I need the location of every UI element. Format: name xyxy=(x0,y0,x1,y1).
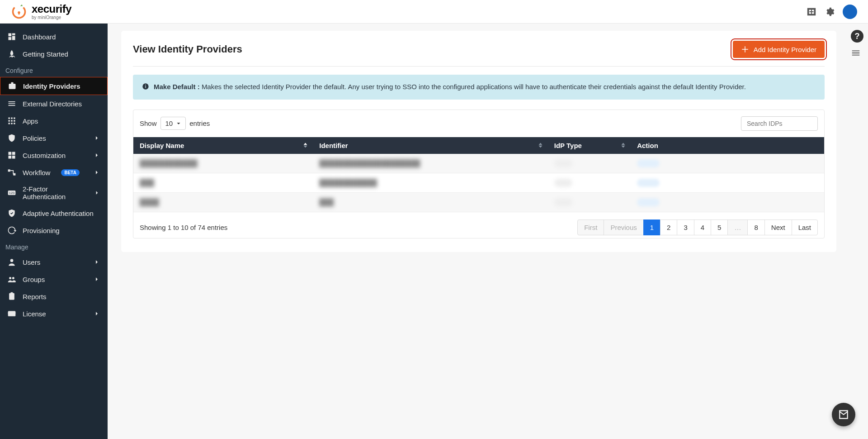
sidebar-item-adaptive-auth[interactable]: Adaptive Authentication xyxy=(0,205,108,222)
cell-action[interactable] xyxy=(631,192,824,212)
page-btn-…: … xyxy=(727,220,748,235)
sidebar-item-getting-started[interactable]: Getting Started xyxy=(0,45,108,62)
sidebar-item-external-directories[interactable]: External Directories xyxy=(0,95,108,112)
shield-icon xyxy=(7,134,16,143)
svg-rect-32 xyxy=(8,313,16,314)
col-display-name[interactable]: Display Name xyxy=(133,137,313,154)
sidebar-item-label: Groups xyxy=(23,276,45,283)
page-btn-last[interactable]: Last xyxy=(792,220,818,235)
sidebar-item-label: Policies xyxy=(23,134,46,142)
page-btn-5[interactable]: 5 xyxy=(711,220,728,235)
sidebar: Dashboard Getting Started Configure Iden… xyxy=(0,24,108,439)
puzzle-icon xyxy=(7,151,16,160)
groups-icon xyxy=(7,275,16,284)
dashboard-icon xyxy=(7,32,16,41)
help-button[interactable]: ? xyxy=(851,30,863,43)
sidebar-item-workflow[interactable]: Workflow BETA xyxy=(0,164,108,181)
cell-idp-type xyxy=(548,154,631,173)
table-row[interactable]: ███████ xyxy=(133,192,824,212)
chevron-right-icon xyxy=(93,276,100,283)
sidebar-item-provisioning[interactable]: Provisioning xyxy=(0,222,108,239)
svg-rect-14 xyxy=(14,120,15,121)
sync-icon xyxy=(7,226,16,235)
sidebar-item-groups[interactable]: Groups xyxy=(0,271,108,288)
shield-check-icon xyxy=(7,209,16,218)
chat-fab[interactable] xyxy=(832,403,855,426)
cell-action[interactable] xyxy=(631,154,824,173)
sidebar-item-dashboard[interactable]: Dashboard xyxy=(0,28,108,45)
sidebar-item-license[interactable]: License xyxy=(0,305,108,322)
avatar[interactable] xyxy=(843,5,857,19)
rocket-icon xyxy=(7,49,16,58)
col-identifier[interactable]: Identifier xyxy=(313,137,548,154)
cell-action[interactable] xyxy=(631,173,824,192)
svg-point-26 xyxy=(10,259,14,262)
content-area: ? View Identity Providers Add Identity P… xyxy=(108,24,868,439)
sidebar-item-label: External Directories xyxy=(23,100,82,108)
sidebar-item-label: Customization xyxy=(23,152,66,159)
user-icon xyxy=(7,258,16,267)
alert-bold: Make Default : xyxy=(154,83,200,91)
id-card-icon xyxy=(8,81,17,91)
svg-rect-6 xyxy=(9,37,12,40)
show-entries: Show 10 entries xyxy=(140,117,210,130)
entries-info: Showing 1 to 10 of 74 entries xyxy=(140,224,227,231)
beta-badge: BETA xyxy=(61,169,79,176)
sidebar-item-label: Identity Providers xyxy=(23,82,80,90)
sidebar-item-label: Users xyxy=(23,258,40,266)
page-btn-2[interactable]: 2 xyxy=(660,220,677,235)
sidebar-item-label: 2-Factor Authentication xyxy=(23,185,87,200)
table-card: Show 10 entries Display Name xyxy=(133,110,825,239)
sidebar-item-2fa[interactable]: 123 2-Factor Authentication xyxy=(0,181,108,205)
svg-rect-10 xyxy=(11,118,12,119)
col-idp-type[interactable]: IdP Type xyxy=(548,137,631,154)
sidebar-item-policies[interactable]: Policies xyxy=(0,129,108,147)
menu-icon[interactable] xyxy=(851,48,861,58)
clipboard-icon xyxy=(7,292,16,301)
cell-identifier: ████████████ xyxy=(313,173,548,192)
logo[interactable]: xecurify by miniOrange xyxy=(11,4,71,20)
page-btn-8[interactable]: 8 xyxy=(747,220,764,235)
page-btn-1[interactable]: 1 xyxy=(643,220,660,235)
header-actions xyxy=(807,5,857,19)
svg-rect-5 xyxy=(12,36,15,40)
gear-icon[interactable] xyxy=(825,7,835,17)
svg-rect-3 xyxy=(9,33,12,37)
sidebar-section-configure: Configure xyxy=(0,62,108,77)
page-btn-next[interactable]: Next xyxy=(764,220,792,235)
logo-main-text: xecurify xyxy=(32,4,71,14)
svg-point-27 xyxy=(9,277,11,279)
workflow-icon xyxy=(7,168,16,177)
table-row[interactable]: █████████████████████████████████ xyxy=(133,154,824,173)
page-btn-3[interactable]: 3 xyxy=(677,220,694,235)
sidebar-section-manage: Manage xyxy=(0,239,108,253)
svg-rect-17 xyxy=(14,123,15,124)
idp-table: Display Name Identifier IdP Type xyxy=(133,137,824,212)
svg-rect-15 xyxy=(9,123,10,124)
svg-rect-12 xyxy=(9,120,10,121)
chevron-right-icon xyxy=(93,310,100,317)
cell-identifier: ███ xyxy=(313,192,548,212)
search-input[interactable] xyxy=(741,116,818,131)
sidebar-item-label: Apps xyxy=(23,117,38,125)
page-btn-first: First xyxy=(577,220,604,235)
page-btn-4[interactable]: 4 xyxy=(694,220,711,235)
info-icon xyxy=(142,83,149,90)
sidebar-item-identity-providers[interactable]: Identity Providers xyxy=(0,77,108,95)
col-action: Action xyxy=(631,137,824,154)
sidebar-item-label: Provisioning xyxy=(23,227,60,234)
cell-display-name: ███ xyxy=(133,173,313,192)
cell-idp-type xyxy=(548,192,631,212)
sidebar-item-customization[interactable]: Customization xyxy=(0,147,108,164)
svg-rect-9 xyxy=(9,118,10,119)
sidebar-item-users[interactable]: Users xyxy=(0,253,108,271)
sidebar-item-apps[interactable]: Apps xyxy=(0,112,108,129)
add-identity-provider-button[interactable]: Add Identity Provider xyxy=(733,41,825,58)
card-icon xyxy=(7,309,16,318)
svg-rect-7 xyxy=(9,84,16,89)
sidebar-item-reports[interactable]: Reports xyxy=(0,288,108,305)
entries-select[interactable]: 10 xyxy=(160,117,186,130)
docs-icon[interactable] xyxy=(807,7,816,17)
chevron-right-icon xyxy=(93,258,100,266)
table-row[interactable]: ███████████████ xyxy=(133,173,824,192)
